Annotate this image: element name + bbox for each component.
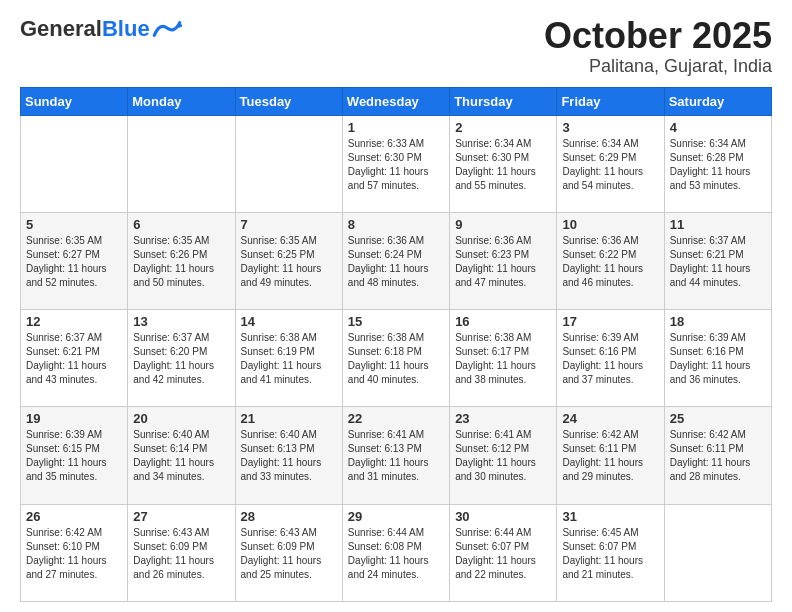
day-info: Sunrise: 6:37 AM Sunset: 6:20 PM Dayligh…	[133, 331, 229, 387]
day-info: Sunrise: 6:41 AM Sunset: 6:12 PM Dayligh…	[455, 428, 551, 484]
calendar-cell: 8Sunrise: 6:36 AM Sunset: 6:24 PM Daylig…	[342, 212, 449, 309]
calendar-cell: 11Sunrise: 6:37 AM Sunset: 6:21 PM Dayli…	[664, 212, 771, 309]
calendar-cell: 30Sunrise: 6:44 AM Sunset: 6:07 PM Dayli…	[450, 504, 557, 601]
logo-blue: Blue	[102, 16, 150, 41]
day-number: 7	[241, 217, 337, 232]
day-number: 25	[670, 411, 766, 426]
calendar-cell: 23Sunrise: 6:41 AM Sunset: 6:12 PM Dayli…	[450, 407, 557, 504]
day-number: 27	[133, 509, 229, 524]
title-block: October 2025 Palitana, Gujarat, India	[544, 16, 772, 77]
day-info: Sunrise: 6:41 AM Sunset: 6:13 PM Dayligh…	[348, 428, 444, 484]
day-number: 29	[348, 509, 444, 524]
day-info: Sunrise: 6:36 AM Sunset: 6:23 PM Dayligh…	[455, 234, 551, 290]
day-number: 6	[133, 217, 229, 232]
day-number: 22	[348, 411, 444, 426]
day-number: 12	[26, 314, 122, 329]
calendar-cell: 16Sunrise: 6:38 AM Sunset: 6:17 PM Dayli…	[450, 310, 557, 407]
calendar-cell: 3Sunrise: 6:34 AM Sunset: 6:29 PM Daylig…	[557, 115, 664, 212]
day-info: Sunrise: 6:44 AM Sunset: 6:08 PM Dayligh…	[348, 526, 444, 582]
day-info: Sunrise: 6:43 AM Sunset: 6:09 PM Dayligh…	[133, 526, 229, 582]
calendar-cell: 26Sunrise: 6:42 AM Sunset: 6:10 PM Dayli…	[21, 504, 128, 601]
calendar-week-1: 1Sunrise: 6:33 AM Sunset: 6:30 PM Daylig…	[21, 115, 772, 212]
col-header-saturday: Saturday	[664, 87, 771, 115]
day-number: 18	[670, 314, 766, 329]
day-number: 2	[455, 120, 551, 135]
calendar-week-3: 12Sunrise: 6:37 AM Sunset: 6:21 PM Dayli…	[21, 310, 772, 407]
calendar-cell	[21, 115, 128, 212]
day-number: 26	[26, 509, 122, 524]
calendar-cell: 19Sunrise: 6:39 AM Sunset: 6:15 PM Dayli…	[21, 407, 128, 504]
day-number: 20	[133, 411, 229, 426]
col-header-monday: Monday	[128, 87, 235, 115]
col-header-sunday: Sunday	[21, 87, 128, 115]
calendar-subtitle: Palitana, Gujarat, India	[544, 56, 772, 77]
day-info: Sunrise: 6:44 AM Sunset: 6:07 PM Dayligh…	[455, 526, 551, 582]
calendar-cell: 17Sunrise: 6:39 AM Sunset: 6:16 PM Dayli…	[557, 310, 664, 407]
day-number: 31	[562, 509, 658, 524]
day-number: 1	[348, 120, 444, 135]
calendar-cell: 31Sunrise: 6:45 AM Sunset: 6:07 PM Dayli…	[557, 504, 664, 601]
calendar-cell	[235, 115, 342, 212]
day-number: 15	[348, 314, 444, 329]
day-info: Sunrise: 6:34 AM Sunset: 6:29 PM Dayligh…	[562, 137, 658, 193]
day-info: Sunrise: 6:35 AM Sunset: 6:25 PM Dayligh…	[241, 234, 337, 290]
day-number: 13	[133, 314, 229, 329]
day-number: 3	[562, 120, 658, 135]
calendar-week-4: 19Sunrise: 6:39 AM Sunset: 6:15 PM Dayli…	[21, 407, 772, 504]
calendar-cell	[128, 115, 235, 212]
day-info: Sunrise: 6:42 AM Sunset: 6:10 PM Dayligh…	[26, 526, 122, 582]
calendar-cell: 22Sunrise: 6:41 AM Sunset: 6:13 PM Dayli…	[342, 407, 449, 504]
day-info: Sunrise: 6:37 AM Sunset: 6:21 PM Dayligh…	[26, 331, 122, 387]
day-number: 8	[348, 217, 444, 232]
col-header-friday: Friday	[557, 87, 664, 115]
page: GeneralBlue October 2025 Palitana, Gujar…	[0, 0, 792, 612]
logo: GeneralBlue	[20, 16, 182, 42]
day-number: 24	[562, 411, 658, 426]
col-header-thursday: Thursday	[450, 87, 557, 115]
calendar-cell: 29Sunrise: 6:44 AM Sunset: 6:08 PM Dayli…	[342, 504, 449, 601]
day-number: 16	[455, 314, 551, 329]
calendar-cell: 13Sunrise: 6:37 AM Sunset: 6:20 PM Dayli…	[128, 310, 235, 407]
calendar-cell: 2Sunrise: 6:34 AM Sunset: 6:30 PM Daylig…	[450, 115, 557, 212]
day-number: 10	[562, 217, 658, 232]
col-header-tuesday: Tuesday	[235, 87, 342, 115]
day-number: 17	[562, 314, 658, 329]
day-info: Sunrise: 6:36 AM Sunset: 6:24 PM Dayligh…	[348, 234, 444, 290]
calendar-cell: 21Sunrise: 6:40 AM Sunset: 6:13 PM Dayli…	[235, 407, 342, 504]
calendar-cell: 12Sunrise: 6:37 AM Sunset: 6:21 PM Dayli…	[21, 310, 128, 407]
calendar-cell: 4Sunrise: 6:34 AM Sunset: 6:28 PM Daylig…	[664, 115, 771, 212]
calendar-cell	[664, 504, 771, 601]
logo-icon: GeneralBlue	[20, 16, 182, 42]
calendar-header-row: SundayMondayTuesdayWednesdayThursdayFrid…	[21, 87, 772, 115]
day-info: Sunrise: 6:39 AM Sunset: 6:16 PM Dayligh…	[670, 331, 766, 387]
day-info: Sunrise: 6:43 AM Sunset: 6:09 PM Dayligh…	[241, 526, 337, 582]
day-number: 14	[241, 314, 337, 329]
calendar-week-2: 5Sunrise: 6:35 AM Sunset: 6:27 PM Daylig…	[21, 212, 772, 309]
calendar-cell: 6Sunrise: 6:35 AM Sunset: 6:26 PM Daylig…	[128, 212, 235, 309]
calendar-table: SundayMondayTuesdayWednesdayThursdayFrid…	[20, 87, 772, 602]
day-info: Sunrise: 6:39 AM Sunset: 6:15 PM Dayligh…	[26, 428, 122, 484]
calendar-cell: 5Sunrise: 6:35 AM Sunset: 6:27 PM Daylig…	[21, 212, 128, 309]
calendar-cell: 24Sunrise: 6:42 AM Sunset: 6:11 PM Dayli…	[557, 407, 664, 504]
day-info: Sunrise: 6:33 AM Sunset: 6:30 PM Dayligh…	[348, 137, 444, 193]
calendar-cell: 9Sunrise: 6:36 AM Sunset: 6:23 PM Daylig…	[450, 212, 557, 309]
calendar-cell: 27Sunrise: 6:43 AM Sunset: 6:09 PM Dayli…	[128, 504, 235, 601]
day-number: 9	[455, 217, 551, 232]
logo-text: GeneralBlue	[20, 16, 150, 42]
day-info: Sunrise: 6:40 AM Sunset: 6:14 PM Dayligh…	[133, 428, 229, 484]
day-number: 23	[455, 411, 551, 426]
day-number: 19	[26, 411, 122, 426]
day-number: 4	[670, 120, 766, 135]
day-info: Sunrise: 6:38 AM Sunset: 6:19 PM Dayligh…	[241, 331, 337, 387]
day-info: Sunrise: 6:42 AM Sunset: 6:11 PM Dayligh…	[670, 428, 766, 484]
calendar-cell: 20Sunrise: 6:40 AM Sunset: 6:14 PM Dayli…	[128, 407, 235, 504]
day-number: 28	[241, 509, 337, 524]
calendar-cell: 15Sunrise: 6:38 AM Sunset: 6:18 PM Dayli…	[342, 310, 449, 407]
calendar-cell: 10Sunrise: 6:36 AM Sunset: 6:22 PM Dayli…	[557, 212, 664, 309]
day-info: Sunrise: 6:38 AM Sunset: 6:17 PM Dayligh…	[455, 331, 551, 387]
day-number: 11	[670, 217, 766, 232]
day-info: Sunrise: 6:42 AM Sunset: 6:11 PM Dayligh…	[562, 428, 658, 484]
day-number: 30	[455, 509, 551, 524]
day-info: Sunrise: 6:36 AM Sunset: 6:22 PM Dayligh…	[562, 234, 658, 290]
col-header-wednesday: Wednesday	[342, 87, 449, 115]
